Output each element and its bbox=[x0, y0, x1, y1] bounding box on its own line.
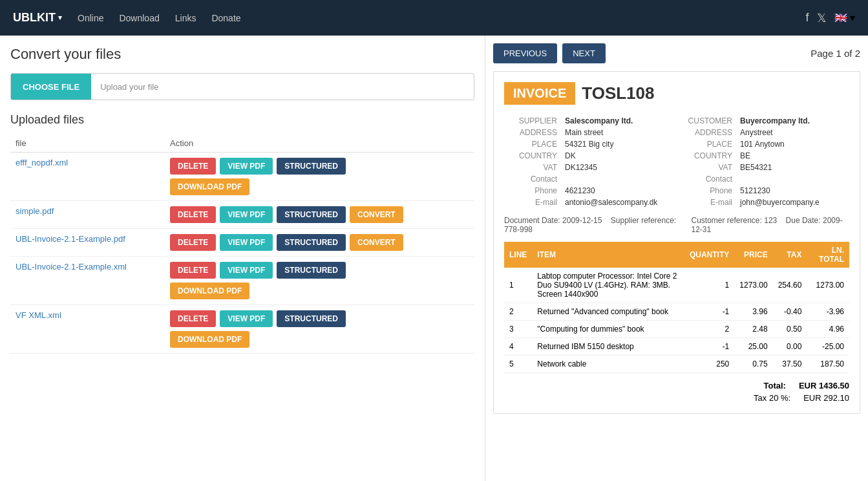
delete-button[interactable]: DELETE bbox=[170, 262, 216, 279]
supplier-ref: 778-998 bbox=[504, 225, 533, 234]
download-pdf-button[interactable]: DOWNLOAD PDF bbox=[170, 283, 249, 299]
choose-file-button[interactable]: CHOOSE FILE bbox=[11, 74, 91, 100]
supplier-country: DK bbox=[562, 150, 674, 162]
supplier-email: antonio@salescompany.dk bbox=[562, 197, 674, 208]
customer-phone-label: Phone bbox=[679, 185, 737, 197]
table-row: UBL-Invoice-2.1-Example.pdfDELETEVIEW PD… bbox=[10, 229, 474, 257]
file-name: VF XML.xml bbox=[16, 310, 61, 320]
customer-label: CUSTOMER bbox=[679, 115, 737, 127]
view-pdf-button[interactable]: VIEW PDF bbox=[220, 206, 273, 223]
view-pdf-button[interactable]: VIEW PDF bbox=[220, 310, 273, 327]
total-label: Total: bbox=[764, 381, 786, 390]
left-panel: Convert your files CHOOSE FILE Upload yo… bbox=[0, 36, 485, 481]
invoice-row: 2Returned "Advanced computing" book-13.9… bbox=[504, 303, 849, 321]
structured-button[interactable]: STRUCTURED bbox=[277, 310, 346, 327]
download-pdf-button[interactable]: DOWNLOAD PDF bbox=[170, 178, 249, 195]
invoice-cell-quantity: 2 bbox=[684, 321, 734, 338]
uploaded-files-title: Uploaded files bbox=[10, 113, 474, 127]
delete-button[interactable]: DELETE bbox=[170, 310, 216, 327]
file-name-cell: UBL-Invoice-2.1-Example.xml bbox=[10, 257, 165, 305]
invoice-cell-tax: 0.00 bbox=[773, 338, 807, 356]
th-line: LINE bbox=[504, 242, 532, 268]
invoice-cell-tax: -0.40 bbox=[773, 303, 807, 321]
nav-link-online[interactable]: Online bbox=[78, 13, 103, 23]
file-name: UBL-Invoice-2.1-Example.xml bbox=[16, 262, 127, 272]
supplier-label: SUPPLIER bbox=[504, 115, 562, 127]
structured-button[interactable]: STRUCTURED bbox=[277, 234, 346, 251]
next-button[interactable]: NEXT bbox=[562, 43, 606, 63]
vat-label: VAT bbox=[504, 162, 562, 173]
invoice-cell-line: 1 bbox=[504, 268, 532, 303]
view-pdf-button[interactable]: VIEW PDF bbox=[220, 262, 273, 279]
invoice-cell-total: -25.00 bbox=[807, 338, 849, 356]
place-label: PLACE bbox=[504, 138, 562, 150]
tax-value: EUR 292.10 bbox=[803, 393, 849, 403]
table-row: efff_nopdf.xmlDELETEVIEW PDFSTRUCTUREDDO… bbox=[10, 153, 474, 201]
download-pdf-button[interactable]: DOWNLOAD PDF bbox=[170, 331, 249, 348]
th-price: PRICE bbox=[734, 242, 772, 268]
upload-label: Upload your file bbox=[91, 82, 167, 92]
nav-right: f 𝕏 🇬🇧 ▾ bbox=[806, 11, 855, 25]
prev-button[interactable]: PREVIOUS bbox=[493, 43, 557, 63]
view-pdf-button[interactable]: VIEW PDF bbox=[220, 158, 273, 175]
delete-button[interactable]: DELETE bbox=[170, 206, 216, 223]
action-buttons-row1: DELETEVIEW PDFSTRUCTURED bbox=[170, 262, 469, 279]
nav-left: UBLKIT ▾ Online Download Links Donate bbox=[13, 11, 241, 25]
address-label: ADDRESS bbox=[504, 127, 562, 138]
invoice-cell-item: Returned "Advanced computing" book bbox=[532, 303, 684, 321]
customer-vat: BE54321 bbox=[737, 162, 849, 173]
customer-ref: 123 bbox=[764, 216, 777, 225]
supplier-phone: 4621230 bbox=[562, 185, 674, 197]
col-action: Action bbox=[165, 134, 474, 153]
invoice-cell-line: 4 bbox=[504, 338, 532, 356]
right-panel: PREVIOUS NEXT Page 1 of 2 INVOICE TOSL10… bbox=[485, 36, 868, 481]
invoice-cell-price: 2.48 bbox=[734, 321, 772, 338]
invoice-container: INVOICE TOSL108 SUPPLIER Salescompany lt… bbox=[493, 71, 860, 414]
brand-dropdown-icon[interactable]: ▾ bbox=[58, 14, 62, 22]
delete-button[interactable]: DELETE bbox=[170, 234, 216, 251]
col-file: file bbox=[10, 134, 165, 153]
structured-button[interactable]: STRUCTURED bbox=[277, 158, 346, 175]
file-name: simple.pdf bbox=[16, 206, 54, 216]
facebook-icon[interactable]: f bbox=[806, 11, 809, 25]
nav-brand[interactable]: UBLKIT ▾ bbox=[13, 11, 62, 25]
nav-link-donate[interactable]: Donate bbox=[211, 13, 240, 23]
table-row: VF XML.xmlDELETEVIEW PDFSTRUCTUREDDOWNLO… bbox=[10, 305, 474, 354]
supplier-name: Salescompany ltd. bbox=[562, 115, 674, 127]
pagination-bar: PREVIOUS NEXT Page 1 of 2 bbox=[493, 43, 860, 63]
supplier-place: 54321 Big city bbox=[562, 138, 674, 150]
customer-email: john@buyercompany.e bbox=[737, 197, 849, 208]
meta-left: Document Date: 2009-12-15 Supplier refer… bbox=[504, 216, 691, 234]
customer-contact-label: Contact bbox=[679, 173, 737, 185]
structured-button[interactable]: STRUCTURED bbox=[277, 206, 346, 223]
invoice-cell-price: 25.00 bbox=[734, 338, 772, 356]
invoice-cell-line: 5 bbox=[504, 356, 532, 373]
table-row: simple.pdfDELETEVIEW PDFSTRUCTUREDCONVER… bbox=[10, 201, 474, 229]
invoice-row: 5Network cable2500.7537.50187.50 bbox=[504, 356, 849, 373]
th-total: LN. TOTAL bbox=[807, 242, 849, 268]
meta-right: Customer reference: 123 Due Date: 2009-1… bbox=[691, 216, 849, 234]
flag-icon[interactable]: 🇬🇧 ▾ bbox=[834, 12, 855, 24]
nav-link-download[interactable]: Download bbox=[119, 13, 159, 23]
invoice-cell-tax: 0.50 bbox=[773, 321, 807, 338]
convert-button[interactable]: CONVERT bbox=[350, 234, 403, 251]
invoice-cell-price: 0.75 bbox=[734, 356, 772, 373]
delete-button[interactable]: DELETE bbox=[170, 158, 216, 175]
invoice-cell-total: -3.96 bbox=[807, 303, 849, 321]
customer-phone: 5121230 bbox=[737, 185, 849, 197]
customer-place-label: PLACE bbox=[679, 138, 737, 150]
customer-name: Buyercompany ltd. bbox=[737, 115, 849, 127]
customer-place: 101 Anytown bbox=[737, 138, 849, 150]
file-action-cell: DELETEVIEW PDFSTRUCTUREDCONVERT bbox=[165, 201, 474, 229]
structured-button[interactable]: STRUCTURED bbox=[277, 262, 346, 279]
view-pdf-button[interactable]: VIEW PDF bbox=[220, 234, 273, 251]
nav-link-links[interactable]: Links bbox=[175, 13, 196, 23]
convert-button[interactable]: CONVERT bbox=[350, 206, 403, 223]
invoice-cell-quantity: -1 bbox=[684, 338, 734, 356]
invoice-footer: Total: EUR 1436.50 Tax 20 %: EUR 292.10 bbox=[504, 381, 849, 403]
invoice-cell-line: 2 bbox=[504, 303, 532, 321]
customer-ref-label: Customer reference: bbox=[691, 216, 761, 225]
customer-vat-label: VAT bbox=[679, 162, 737, 173]
invoice-cell-quantity: 250 bbox=[684, 356, 734, 373]
twitter-icon[interactable]: 𝕏 bbox=[817, 11, 827, 25]
